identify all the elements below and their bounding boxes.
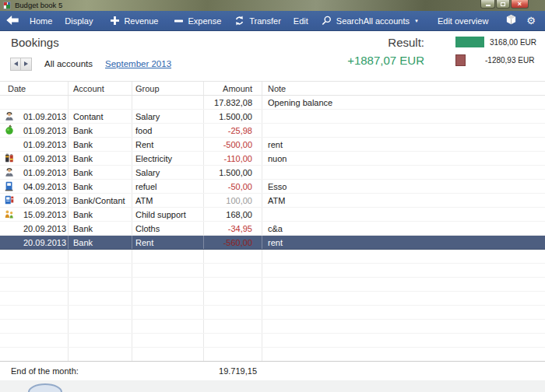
battery-icon [4,152,16,165]
table-row[interactable]: 20.09.2013BankCloths-34,95c&a [0,222,545,236]
expense-total: -1280,93 EUR [485,56,534,65]
table-row[interactable]: 01.09.2013ContantSalary1.500,00 [0,110,545,124]
account-filter-label: All accounts [44,59,93,68]
booking-group: Electricity [132,152,204,165]
booking-date: 01.09.2013 [23,112,66,121]
booking-note: Opening balance [262,96,545,109]
gear-icon: ⚙ [526,16,536,26]
empty-table-row [0,320,545,334]
booking-account: Bank [69,124,132,137]
maximize-button[interactable] [496,0,510,9]
booking-amount: -500,00 [204,138,262,151]
nav-edit[interactable]: Edit [294,16,308,26]
next-month-button[interactable] [21,58,32,71]
booking-group: Rent [132,236,204,249]
booking-group: Salary [132,166,204,179]
booking-date: 01.09.2013 [23,126,66,135]
booking-account: Bank [69,180,132,193]
booking-note: rent [262,236,545,249]
minimize-button[interactable] [480,0,495,9]
table-row[interactable]: 04.09.2013Bankrefuel-50,00Esso [0,180,545,194]
column-header-account[interactable]: Account [69,82,132,95]
back-button[interactable] [6,16,19,26]
bottom-strip [0,380,545,392]
atm-icon [4,194,16,207]
column-header-amount[interactable]: Amount [204,82,262,95]
window-titlebar: Budget book 5 × [0,0,545,11]
app-icon [3,2,11,9]
table-row[interactable]: 01.09.2013BankRent-500,00rent [0,138,545,152]
page-title: Bookings [11,36,59,49]
nav-expense[interactable]: Expense [174,16,221,26]
search-icon [322,16,332,26]
table-row[interactable]: 01.09.2013Bankfood-25,98 [0,124,545,138]
result-value: +1887,07 EUR [311,54,424,67]
end-of-month-value: 19.719,15 [160,366,257,376]
booking-amount: 100,00 [204,194,262,207]
toolbar: Home Display Revenue Expense Transfer Ed… [0,11,545,31]
table-row[interactable]: 20.09.2013BankRent-560,00rent [0,236,545,250]
booking-account: Bank [69,138,132,151]
table-row[interactable]: 15.09.2013BankChild support168,00 [0,208,545,222]
table-row[interactable]: 04.09.2013Bank/ContantATM100,00ATM [0,194,545,208]
empty-table-row [0,250,545,264]
plus-icon [111,16,119,25]
booking-amount: -34,95 [204,222,262,235]
table-row[interactable]: 17.832,08Opening balance [0,96,545,110]
table-row[interactable]: 01.09.2013BankSalary1.500,00 [0,166,545,180]
chevron-left-icon [14,61,18,66]
empty-table-row [0,278,545,292]
prev-month-button[interactable] [10,58,21,71]
transfer-icon [234,16,244,26]
close-button[interactable]: × [511,0,529,9]
nav-revenue[interactable]: Revenue [111,16,158,26]
booking-account [69,96,132,109]
booking-account: Bank/Contant [69,194,132,207]
nav-transfer[interactable]: Transfer [234,16,281,26]
nav-edit-overview[interactable]: Edit overview [438,16,488,26]
person-icon [4,110,16,123]
reports-button[interactable] [505,14,517,27]
expense-bar [455,54,466,66]
nav-home[interactable]: Home [30,16,52,26]
booking-group: Salary [132,110,204,123]
booking-date: 04.09.2013 [23,182,66,191]
booking-date: 15.09.2013 [23,210,66,219]
person-icon [4,166,16,179]
table-row[interactable]: 01.09.2013BankElectricity-110,00nuon [0,152,545,166]
column-header-group[interactable]: Group [132,82,204,95]
result-label: Result: [327,36,424,49]
accounts-dropdown[interactable]: All accounts ▼ [364,16,419,26]
revenue-total: 3168,00 EUR [490,38,536,47]
booking-group: ATM [132,194,204,207]
column-header-date[interactable]: Date [0,82,69,95]
apple-icon [4,124,16,137]
booking-date: 01.09.2013 [23,140,66,149]
booking-date: 01.09.2013 [23,154,66,163]
booking-amount: 1.500,00 [204,110,262,123]
cube-icon [505,14,517,27]
nav-display[interactable]: Display [65,16,93,26]
booking-amount: -25,98 [204,124,262,137]
booking-date: 01.09.2013 [23,168,66,177]
table-header: Date Account Group Amount Note [0,81,545,96]
booking-amount: -50,00 [204,180,262,193]
booking-note [262,110,545,123]
end-of-month-label: End of the month: [11,366,79,376]
booking-account: Bank [69,222,132,235]
booking-amount: -110,00 [204,152,262,165]
settings-button[interactable]: ⚙ [526,16,536,26]
nav-search[interactable]: Search [322,16,364,26]
period-link[interactable]: September 2013 [105,59,171,68]
column-header-note[interactable]: Note [262,82,545,95]
booking-group: food [132,124,204,137]
period-navigator: All accounts September 2013 [10,57,171,71]
empty-table-row [0,264,545,278]
booking-account: Bank [69,208,132,221]
bookings-table-body: 17.832,08Opening balance01.09.2013Contan… [0,96,545,362]
booking-account: Contant [69,110,132,123]
booking-amount: 17.832,08 [204,96,262,109]
budget-book-window: Budget book 5 × Home Display Revenue Exp… [0,0,545,392]
booking-note: Esso [262,180,545,193]
chevron-right-icon [24,61,28,66]
